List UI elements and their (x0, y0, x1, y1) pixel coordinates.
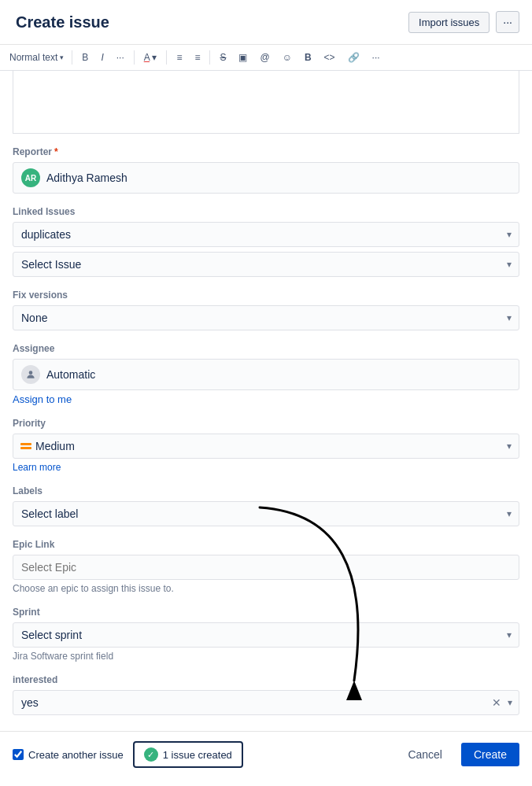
sprint-section: Sprint Select sprint Jira Software sprin… (13, 607, 519, 662)
clear-interested-icon[interactable]: ✕ (489, 696, 504, 709)
interested-input[interactable] (13, 691, 489, 714)
color-button[interactable]: A ▾ (139, 50, 162, 65)
ordered-list-icon: ≡ (194, 52, 200, 63)
toolbar-separator-4 (209, 50, 210, 65)
form-footer: Create another issue ✓ 1 issue created C… (0, 731, 532, 777)
editor-content-area[interactable] (13, 71, 519, 134)
fix-versions-label: Fix versions (13, 290, 519, 301)
interested-field: ✕ ▾ (13, 690, 519, 715)
toolbar-separator-1 (72, 50, 72, 65)
sprint-hint: Jira Software sprint field (13, 651, 519, 662)
create-another-wrapper: Create another issue (13, 749, 124, 761)
epic-link-label: Epic Link (13, 539, 519, 550)
code-icon: <> (324, 52, 335, 63)
svg-point-0 (29, 371, 33, 375)
link-type-select[interactable]: duplicates blocks is blocked by clones i… (13, 222, 519, 247)
learn-more-link[interactable]: Learn more (13, 462, 61, 473)
create-another-checkbox[interactable] (13, 749, 24, 760)
labels-select[interactable]: Select label (13, 501, 519, 526)
header-actions: Import issues ··· (408, 11, 519, 33)
color-dropdown-icon: ▾ (152, 52, 157, 63)
bold2-icon: B (305, 52, 312, 63)
sprint-label: Sprint (13, 607, 519, 618)
create-another-label: Create another issue (28, 749, 124, 761)
fix-versions-select[interactable]: None (13, 305, 519, 330)
reporter-name: Adithya Ramesh (46, 172, 127, 184)
reporter-section: Reporter * AR Adithya Ramesh (13, 146, 519, 194)
emoji-button[interactable]: ☺ (278, 50, 297, 65)
priority-label: Priority (13, 418, 519, 429)
footer-right: Cancel Create (395, 743, 519, 766)
mention-icon: @ (260, 52, 269, 63)
import-issues-button[interactable]: Import issues (408, 12, 490, 33)
text-style-chevron-icon: ▾ (60, 54, 64, 61)
linked-issues-section: Linked Issues duplicates blocks is block… (13, 206, 519, 277)
more-options-button[interactable]: ··· (496, 11, 519, 33)
toolbar-separator-3 (166, 50, 167, 65)
footer-left: Create another issue ✓ 1 issue created (13, 741, 243, 768)
more-text-button[interactable]: ··· (112, 50, 129, 65)
assignee-label: Assignee (13, 343, 519, 354)
assignee-avatar (21, 365, 40, 384)
required-indicator: * (54, 146, 58, 157)
mention-button[interactable]: @ (255, 50, 274, 65)
strikethrough-button[interactable]: S (215, 50, 231, 65)
form-body: Reporter * AR Adithya Ramesh Linked Issu… (0, 146, 532, 715)
text-style-label: Normal text (9, 52, 57, 63)
dialog-header: Create issue Import issues ··· (0, 0, 532, 45)
image-button[interactable]: ▣ (234, 50, 252, 65)
issue-created-badge: ✓ 1 issue created (133, 741, 243, 768)
assignee-field[interactable]: Automatic (13, 359, 519, 390)
ordered-list-button[interactable]: ≡ (190, 50, 205, 65)
select-issue-select[interactable]: Select Issue (13, 252, 519, 277)
sprint-wrapper: Select sprint (13, 622, 519, 648)
interested-section: interested ✕ ▾ (13, 674, 519, 715)
italic-button[interactable]: I (96, 50, 108, 65)
assign-to-me-link[interactable]: Assign to me (13, 393, 72, 405)
epic-link-section: Epic Link Choose an epic to assign this … (13, 539, 519, 594)
assignee-section: Assignee Automatic Assign to me (13, 343, 519, 405)
priority-wrapper: Medium Highest High Low Lowest (13, 434, 519, 459)
epic-link-hint: Choose an epic to assign this issue to. (13, 583, 519, 594)
labels-label: Labels (13, 485, 519, 496)
reporter-avatar: AR (21, 168, 40, 187)
fix-versions-wrapper: None (13, 305, 519, 330)
sprint-select[interactable]: Select sprint (13, 622, 519, 648)
cancel-button[interactable]: Cancel (395, 743, 455, 766)
create-button[interactable]: Create (461, 743, 519, 766)
assignee-name: Automatic (46, 368, 95, 381)
link-icon: 🔗 (348, 52, 360, 63)
issue-created-check-icon: ✓ (144, 747, 158, 762)
more2-icon: ··· (372, 52, 380, 63)
linked-issues-label: Linked Issues (13, 206, 519, 217)
bold-button[interactable]: B (77, 50, 93, 65)
link-type-wrapper: duplicates blocks is blocked by clones i… (13, 222, 519, 247)
epic-link-input[interactable] (13, 555, 519, 580)
link-button[interactable]: 🔗 (343, 50, 364, 65)
select-issue-wrapper: Select Issue (13, 252, 519, 277)
interested-chevron-icon[interactable]: ▾ (504, 697, 519, 708)
color-icon: A (144, 52, 150, 63)
emoji-icon: ☺ (283, 52, 292, 63)
image-icon: ▣ (238, 52, 247, 63)
text-style-dropdown[interactable]: Normal text ▾ (6, 50, 67, 65)
more2-button[interactable]: ··· (368, 50, 385, 65)
interested-label: interested (13, 674, 519, 685)
issue-created-text: 1 issue created (163, 749, 232, 761)
priority-section: Priority Medium Highest High Low Lowest … (13, 418, 519, 473)
labels-wrapper: Select label (13, 501, 519, 526)
reporter-field[interactable]: AR Adithya Ramesh (13, 162, 519, 194)
toolbar-separator-2 (134, 50, 135, 65)
priority-select[interactable]: Medium Highest High Low Lowest (13, 434, 519, 459)
page-title: Create issue (16, 13, 109, 31)
reporter-label: Reporter * (13, 146, 519, 157)
priority-icon (20, 443, 31, 449)
bold2-button[interactable]: B (300, 50, 316, 65)
fix-versions-section: Fix versions None (13, 290, 519, 330)
labels-section: Labels Select label (13, 485, 519, 526)
code-button[interactable]: <> (320, 50, 340, 65)
bullet-list-icon: ≡ (176, 52, 182, 63)
editor-toolbar: Normal text ▾ B I ··· A ▾ ≡ ≡ S ▣ @ ☺ B (0, 45, 532, 71)
bullet-list-button[interactable]: ≡ (172, 50, 187, 65)
